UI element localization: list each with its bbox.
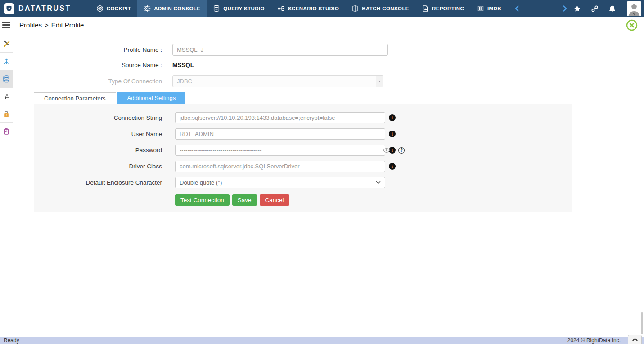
user-name-input[interactable] bbox=[175, 128, 385, 140]
tab-additional-settings[interactable]: Additional Settings bbox=[117, 92, 186, 104]
password-input[interactable] bbox=[175, 145, 385, 156]
source-name-value: MSSQL bbox=[172, 62, 194, 68]
nav-menu: COCKPIT ADMIN CONSOLE QUERY STUDIO SCENA… bbox=[90, 0, 508, 17]
left-sidebar bbox=[0, 17, 13, 337]
type-of-connection-label: Type Of Connection bbox=[13, 78, 162, 85]
vertical-scrollbar-thumb[interactable] bbox=[641, 312, 643, 334]
sidebar-item-network[interactable] bbox=[0, 52, 13, 70]
connection-string-label: Connection String bbox=[34, 114, 162, 121]
brand[interactable]: DATATRUST bbox=[0, 0, 77, 17]
driver-class-input[interactable] bbox=[175, 161, 385, 172]
brand-name: DATATRUST bbox=[18, 5, 71, 13]
connection-parameters-panel: Connection String i User Name i Password bbox=[34, 104, 572, 212]
status-text: Ready bbox=[4, 337, 19, 344]
info-icon[interactable]: i bbox=[389, 114, 396, 121]
gear-icon bbox=[144, 5, 151, 12]
sidebar-item-databases[interactable] bbox=[0, 70, 13, 87]
copyright-text: 2024 © RightData Inc. bbox=[567, 337, 621, 344]
cockpit-icon bbox=[96, 5, 104, 12]
notifications-bell-icon[interactable] bbox=[607, 3, 617, 14]
settings-tabs: Connection Parameters Additional Setting… bbox=[34, 92, 644, 104]
test-connection-button[interactable]: Test Connection bbox=[175, 194, 230, 206]
nav-scroll-right-chevron-icon[interactable] bbox=[558, 0, 572, 17]
driver-class-label: Driver Class bbox=[34, 163, 162, 170]
sidebar-item-lock[interactable] bbox=[0, 105, 13, 122]
close-icon[interactable] bbox=[626, 19, 638, 32]
breadcrumb-separator: > bbox=[45, 21, 49, 29]
lock-icon bbox=[3, 110, 10, 118]
report-icon bbox=[422, 5, 429, 12]
nav-item-admin-console[interactable]: ADMIN CONSOLE bbox=[137, 0, 207, 17]
type-of-connection-select[interactable]: JDBC ▼ bbox=[172, 75, 383, 87]
top-navbar: DATATRUST COCKPIT ADMIN CONSOLE QUERY ST… bbox=[0, 0, 644, 17]
book-icon bbox=[351, 5, 359, 12]
cancel-button[interactable]: Cancel bbox=[260, 194, 289, 206]
nav-item-scenario-studio[interactable]: SCENARIO STUDIO bbox=[271, 0, 345, 17]
nav-label: ADMIN CONSOLE bbox=[154, 6, 200, 11]
status-bar: Ready 2024 © RightData Inc. bbox=[0, 337, 644, 344]
dropdown-arrow-icon: ▼ bbox=[376, 76, 383, 87]
default-enclosure-character-value: Double quote (") bbox=[180, 179, 222, 186]
hamburger-menu-icon[interactable] bbox=[0, 17, 13, 33]
nav-label: IMDB bbox=[487, 6, 501, 11]
sidebar-item-trash[interactable] bbox=[0, 122, 13, 140]
source-name-label: Source Name : bbox=[13, 62, 162, 68]
database-icon bbox=[213, 5, 220, 12]
transform-arrows-icon bbox=[2, 93, 10, 100]
profile-name-label: Profile Name : bbox=[13, 46, 162, 53]
show-password-eye-icon[interactable] bbox=[383, 148, 390, 153]
nav-scroll-left-chevron-icon[interactable] bbox=[510, 0, 524, 17]
breadcrumb: Profiles > Edit Profile bbox=[19, 21, 84, 29]
sidebar-item-tools[interactable] bbox=[0, 35, 13, 52]
user-name-label: User Name bbox=[34, 131, 162, 137]
brand-shield-icon bbox=[4, 3, 14, 14]
tab-connection-parameters[interactable]: Connection Parameters bbox=[34, 92, 116, 104]
info-icon[interactable]: i bbox=[389, 163, 396, 170]
info-icon[interactable]: i bbox=[389, 131, 396, 137]
favorites-star-icon[interactable] bbox=[572, 3, 582, 14]
main-content: Profile Name : Source Name : MSSQL Type … bbox=[13, 33, 644, 337]
nav-label: REPORTING bbox=[432, 6, 464, 11]
default-enclosure-character-select[interactable]: Double quote (") bbox=[175, 177, 385, 188]
nav-label: COCKPIT bbox=[107, 6, 131, 11]
default-enclosure-character-label: Default Enclosure Character bbox=[34, 179, 162, 186]
breadcrumb-current: Edit Profile bbox=[51, 21, 84, 29]
nav-label: SCENARIO STUDIO bbox=[288, 6, 339, 11]
chevron-down-icon bbox=[376, 181, 381, 184]
flow-icon bbox=[277, 5, 285, 12]
nav-right-icons bbox=[572, 0, 644, 17]
scroll-to-top-button[interactable] bbox=[628, 335, 642, 344]
table-icon bbox=[477, 5, 484, 12]
connection-string-input[interactable] bbox=[175, 112, 385, 123]
help-question-icon[interactable]: ? bbox=[398, 147, 405, 154]
nav-item-reporting[interactable]: REPORTING bbox=[415, 0, 471, 17]
link-icon[interactable] bbox=[589, 3, 600, 14]
breadcrumb-profiles-link[interactable]: Profiles bbox=[19, 21, 42, 29]
breadcrumb-bar: Profiles > Edit Profile bbox=[13, 17, 644, 33]
nav-label: QUERY STUDIO bbox=[223, 6, 265, 11]
password-label: Password bbox=[34, 147, 162, 154]
nav-item-imdb[interactable]: IMDB bbox=[471, 0, 508, 17]
app-window: DATATRUST COCKPIT ADMIN CONSOLE QUERY ST… bbox=[0, 0, 644, 344]
nav-item-cockpit[interactable]: COCKPIT bbox=[90, 0, 138, 17]
nav-label: BATCH CONSOLE bbox=[362, 6, 409, 11]
save-button[interactable]: Save bbox=[232, 194, 257, 206]
network-icon bbox=[3, 58, 10, 65]
recycle-bin-icon bbox=[3, 127, 10, 135]
sidebar-item-transform[interactable] bbox=[0, 87, 13, 105]
user-avatar[interactable] bbox=[627, 1, 641, 16]
nav-item-batch-console[interactable]: BATCH CONSOLE bbox=[345, 0, 415, 17]
databases-icon bbox=[2, 75, 10, 83]
tools-icon bbox=[3, 40, 10, 48]
type-of-connection-value: JDBC bbox=[177, 78, 192, 85]
profile-name-input[interactable] bbox=[172, 44, 388, 56]
nav-item-query-studio[interactable]: QUERY STUDIO bbox=[207, 0, 271, 17]
